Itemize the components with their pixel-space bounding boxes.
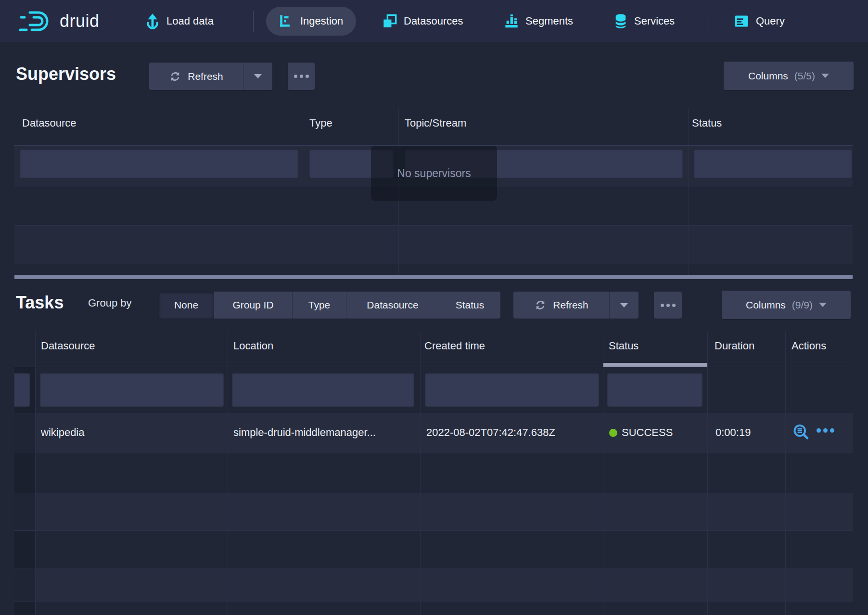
nav-item-load-data[interactable]: Load data: [145, 0, 214, 42]
column-divider: [603, 332, 603, 615]
row-divider: [14, 453, 853, 453]
column-divider: [35, 332, 36, 615]
columns-label: Columns: [748, 70, 788, 82]
chevron-down-icon: [821, 74, 829, 78]
tasks-more-button[interactable]: [654, 292, 682, 319]
row-divider: [14, 568, 853, 568]
nav-divider: [253, 11, 254, 32]
supervisors-refresh-dropdown-button[interactable]: [243, 63, 272, 90]
cell-datasource: wikipedia: [41, 426, 85, 439]
group-by-type-button[interactable]: Type: [293, 292, 346, 319]
column-header-datasource[interactable]: Datasource: [22, 117, 77, 129]
filter-input-datasource[interactable]: [40, 373, 224, 407]
nav-item-label: Services: [634, 15, 675, 27]
cell-status: SUCCESS: [609, 426, 673, 439]
supervisors-title: Supervisors: [16, 64, 116, 84]
filter-input-partial[interactable]: [14, 373, 30, 407]
nav-item-label: Segments: [525, 15, 573, 27]
row-divider: [14, 493, 853, 493]
druid-console: druid Load data: [0, 0, 868, 615]
supervisors-refresh-button[interactable]: Refresh: [149, 63, 243, 90]
ingestion-icon: [279, 14, 294, 28]
column-header-topic-stream[interactable]: Topic/Stream: [405, 117, 466, 129]
nav-item-label: Load data: [166, 15, 214, 27]
services-icon: [614, 13, 627, 29]
columns-count: (9/9): [792, 299, 813, 311]
tasks-title: Tasks: [16, 293, 64, 313]
columns-count: (5/5): [794, 70, 815, 82]
group-by-datasource-button[interactable]: Datasource: [346, 292, 439, 319]
column-header-duration[interactable]: Duration: [715, 340, 754, 352]
supervisors-more-button[interactable]: [288, 63, 315, 90]
horizontal-scrollbar[interactable]: [14, 275, 853, 279]
filter-input-status[interactable]: [607, 373, 702, 407]
tasks-refresh-button[interactable]: Refresh: [513, 292, 610, 319]
column-header-actions[interactable]: Actions: [791, 340, 826, 352]
supervisors-columns-button[interactable]: Columns (5/5): [724, 62, 854, 90]
sort-indicator: [603, 363, 707, 367]
nav-item-segments[interactable]: Segments: [504, 0, 573, 42]
refresh-icon: [169, 70, 181, 83]
nav-item-ingestion-active[interactable]: Ingestion: [266, 7, 356, 36]
nav-item-query[interactable]: Query: [734, 0, 785, 42]
nav-divider: [710, 11, 710, 32]
tasks-columns-button[interactable]: Columns (9/9): [722, 291, 851, 319]
chevron-down-icon: [819, 303, 827, 307]
header-divider: [14, 367, 853, 367]
cell-duration: 0:00:19: [715, 426, 751, 439]
task-details-button[interactable]: [792, 423, 810, 442]
column-divider: [785, 332, 786, 615]
column-header-datasource[interactable]: Datasource: [41, 340, 95, 352]
group-by-status-button[interactable]: Status: [439, 292, 500, 319]
filter-input-location[interactable]: [232, 373, 414, 407]
table-row: [14, 225, 853, 264]
column-header-status-sorted[interactable]: Status: [609, 340, 638, 352]
task-actions-menu-button[interactable]: [817, 428, 834, 433]
column-divider: [228, 332, 228, 615]
datasources-icon: [383, 14, 397, 28]
supervisors-refresh-group: Refresh: [149, 63, 272, 90]
brand[interactable]: druid: [19, 0, 100, 42]
table-row: [14, 493, 853, 530]
refresh-icon: [534, 299, 547, 311]
magnifier-details-icon: [792, 423, 810, 442]
column-header-status[interactable]: Status: [692, 117, 722, 129]
query-icon: [734, 14, 749, 28]
brand-name: druid: [60, 11, 100, 31]
tasks-refresh-dropdown-button[interactable]: [610, 292, 638, 319]
segments-icon: [504, 14, 519, 28]
column-header-type[interactable]: Type: [309, 117, 332, 129]
row-divider: [14, 530, 853, 531]
load-data-icon: [145, 13, 160, 29]
column-divider: [420, 332, 421, 615]
row-divider: [14, 601, 853, 602]
nav-item-datasources[interactable]: Datasources: [383, 0, 463, 42]
chevron-down-icon: [620, 303, 628, 308]
nav-item-label: Datasources: [404, 15, 463, 27]
group-by-label: Group by: [88, 297, 132, 309]
group-by-none-button[interactable]: None: [159, 292, 214, 319]
nav-item-label: Ingestion: [300, 15, 343, 27]
column-header-created-time[interactable]: Created time: [424, 340, 485, 352]
column-divider: [688, 108, 689, 275]
table-row: [14, 568, 853, 601]
refresh-label: Refresh: [553, 299, 588, 311]
druid-logo-icon: [19, 9, 53, 34]
nav-divider: [122, 11, 122, 32]
filter-input-datasource[interactable]: [20, 149, 298, 178]
nav-item-label: Query: [756, 15, 785, 27]
more-icon: [661, 304, 676, 307]
filter-input-created-time[interactable]: [425, 373, 599, 407]
row-divider: [14, 225, 853, 226]
group-by-button-group: None Group ID Type Datasource Status: [159, 292, 500, 319]
columns-label: Columns: [746, 299, 786, 311]
more-actions-icon: [817, 428, 834, 433]
nav-item-services[interactable]: Services: [614, 0, 675, 42]
chevron-down-icon: [254, 74, 262, 78]
column-header-location[interactable]: Location: [233, 340, 273, 352]
column-divider: [707, 332, 708, 615]
filter-input-status[interactable]: [694, 149, 852, 178]
status-success-icon: [609, 429, 617, 437]
group-by-group-id-button[interactable]: Group ID: [214, 292, 293, 319]
empty-state-message: No supervisors: [397, 167, 471, 180]
